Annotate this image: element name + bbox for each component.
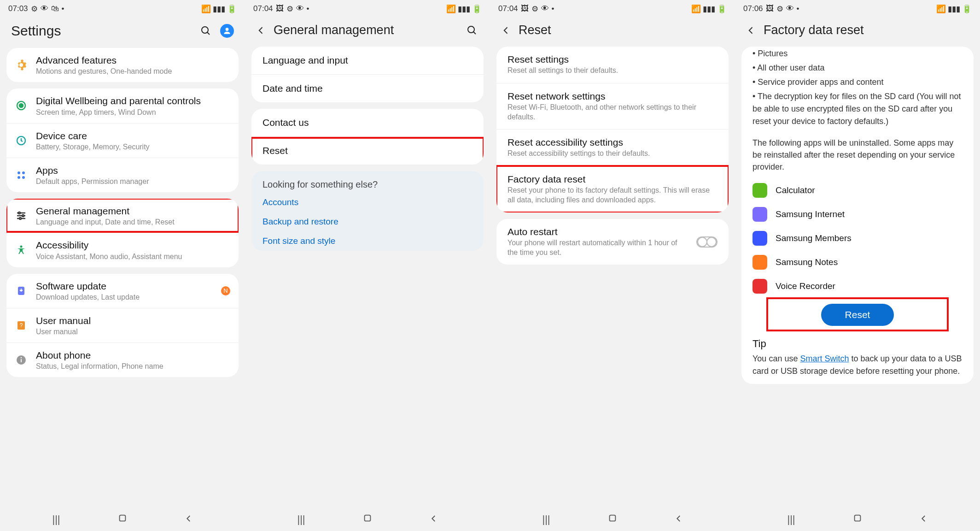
svg-point-4 — [19, 104, 23, 107]
item-title: Device care — [36, 130, 230, 142]
app-row-voice-recorder: Voice Recorder — [741, 274, 974, 298]
status-bar: 07:06 🖼 ⚙ 👁 • 📶 ▮▮▮ 🔋 — [735, 0, 980, 18]
reset-option-factory-data-reset[interactable]: Factory data resetReset your phone to it… — [496, 166, 729, 212]
clock: 07:04 — [498, 4, 518, 13]
wifi-icon: 📶 — [201, 4, 211, 14]
page-title: Settings — [11, 23, 192, 39]
item-title: General management — [36, 205, 230, 217]
status-bar: 07:03 ⚙ 👁 🛍 • 📶 ▮▮▮ 🔋 — [0, 0, 245, 18]
link-accounts[interactable]: Accounts — [251, 193, 484, 212]
item-sub: Language and input, Date and time, Reset — [36, 218, 230, 226]
recents-button[interactable]: ||| — [784, 513, 798, 525]
signal-icon: ▮▮▮ — [213, 4, 225, 14]
svg-rect-27 — [610, 515, 616, 521]
reset-sub: Reset your phone to its factory default … — [508, 186, 718, 205]
page-title: General management — [274, 23, 458, 37]
page-title: Factory data reset — [764, 23, 969, 37]
reset-option-reset-network-settings[interactable]: Reset network settingsReset Wi-Fi, Bluet… — [496, 83, 729, 130]
settings-item-device-care[interactable]: Device care Battery, Storage, Memory, Se… — [6, 123, 239, 158]
search-icon[interactable] — [465, 24, 479, 37]
svg-point-8 — [18, 176, 20, 179]
back-icon[interactable] — [746, 25, 756, 35]
reset-option-reset-accessibility-settings[interactable]: Reset accessibility settingsReset access… — [496, 129, 729, 166]
recents-button[interactable]: ||| — [294, 513, 308, 525]
profile-button[interactable] — [220, 24, 234, 38]
settings-item-apps[interactable]: Apps Default apps, Permission manager — [6, 158, 239, 192]
svg-rect-28 — [855, 515, 861, 521]
eye-status-icon: 👁 — [41, 4, 48, 13]
auto-restart-sub: Your phone will restart automatically wi… — [508, 238, 689, 258]
screen-general-management: 07:04 🖼 ⚙ 👁 • 📶 ▮▮▮ 🔋 General management… — [245, 0, 490, 531]
settings-item-advanced-features[interactable]: Advanced features Motions and gestures, … — [6, 48, 239, 82]
auto-restart-toggle[interactable] — [696, 236, 718, 248]
svg-line-25 — [473, 32, 476, 34]
home-button[interactable] — [361, 513, 374, 526]
link-font-size-and-style[interactable]: Font size and style — [251, 231, 484, 251]
battery-icon: 🔋 — [962, 4, 972, 14]
item-title: Advanced features — [36, 54, 230, 66]
setting-auto-restart[interactable]: Auto restart Your phone will restart aut… — [496, 219, 729, 265]
back-icon[interactable] — [501, 25, 511, 35]
clock: 07:06 — [743, 4, 763, 13]
smart-switch-link[interactable]: Smart Switch — [800, 354, 849, 363]
home-button[interactable] — [851, 513, 864, 526]
header-bar: Settings — [0, 18, 245, 48]
back-icon[interactable] — [256, 25, 266, 35]
bullet-item: Service provider apps and content — [752, 75, 962, 89]
svg-point-2 — [226, 28, 229, 31]
back-button[interactable] — [672, 513, 686, 525]
svg-point-16 — [20, 246, 23, 248]
info-icon — [15, 354, 28, 366]
back-button[interactable] — [182, 513, 196, 525]
setting-language-and-input[interactable]: Language and input — [251, 47, 484, 74]
page-title: Reset — [519, 23, 724, 37]
home-button[interactable] — [116, 513, 129, 526]
settings-item-about-phone[interactable]: About phone Status, Legal information, P… — [6, 342, 239, 377]
settings-item-user-manual[interactable]: ? User manual User manual — [6, 308, 239, 342]
wifi-icon: 📶 — [446, 4, 456, 14]
settings-item-digital-wellbeing-and-parental-controls[interactable]: Digital Wellbeing and parental controls … — [6, 88, 239, 123]
item-title: Accessibility — [36, 239, 230, 251]
recents-button[interactable]: ||| — [539, 513, 553, 525]
svg-point-13 — [18, 212, 20, 214]
svg-rect-26 — [365, 515, 371, 521]
app-row-samsung-members: Samsung Members — [741, 226, 974, 250]
item-sub: Default apps, Permission manager — [36, 177, 230, 186]
svg-point-6 — [18, 171, 20, 174]
setting-date-and-time[interactable]: Date and time — [251, 74, 484, 102]
settings-item-general-management[interactable]: General management Language and input, D… — [6, 199, 239, 233]
apps-icon — [15, 169, 28, 182]
app-name: Samsung Members — [776, 233, 852, 243]
bullet-item: All other user data — [752, 61, 962, 75]
recents-button[interactable]: ||| — [49, 513, 63, 525]
back-button[interactable] — [427, 513, 441, 525]
back-button[interactable] — [917, 513, 931, 525]
reset-button[interactable]: Reset — [821, 304, 894, 326]
svg-rect-23 — [120, 515, 126, 521]
image-status-icon: 🖼 — [766, 4, 774, 13]
item-sub: Motions and gestures, One-handed mode — [36, 67, 230, 76]
app-row-samsung-internet: Samsung Internet — [741, 202, 974, 226]
reset-option-reset-settings[interactable]: Reset settingsReset all settings to thei… — [496, 47, 729, 83]
reset-title: Factory data reset — [508, 174, 718, 185]
navigation-bar: ||| — [245, 508, 490, 531]
link-backup-and-restore[interactable]: Backup and restore — [251, 212, 484, 231]
clock: 07:04 — [253, 4, 273, 13]
reset-title: Reset network settings — [508, 91, 718, 102]
settings-item-software-update[interactable]: Software update Download updates, Last u… — [6, 274, 239, 308]
home-button[interactable] — [606, 513, 619, 526]
setting-reset[interactable]: Reset — [251, 136, 484, 165]
app-icon — [752, 255, 767, 270]
settings-item-accessibility[interactable]: Accessibility Voice Assistant, Mono audi… — [6, 233, 239, 267]
setting-contact-us[interactable]: Contact us — [251, 109, 484, 136]
dot-status-icon: • — [62, 4, 64, 13]
accessibility-icon — [15, 243, 28, 256]
navigation-bar: ||| — [735, 508, 980, 531]
search-icon[interactable] — [199, 24, 213, 38]
item-sub: Battery, Storage, Memory, Security — [36, 143, 230, 151]
gear-status-icon: ⚙ — [31, 4, 38, 14]
reset-sub: Reset all settings to their defaults. — [508, 66, 718, 76]
app-name: Calculator — [776, 185, 815, 195]
battery-icon: 🔋 — [717, 4, 727, 14]
signal-icon: ▮▮▮ — [703, 4, 715, 14]
